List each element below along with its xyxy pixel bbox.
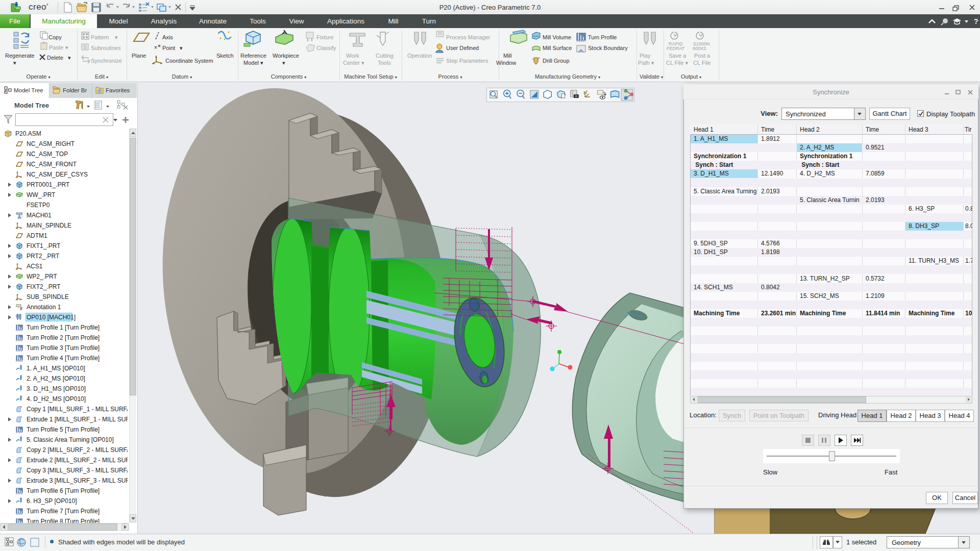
svg-text:?: ?: [974, 17, 978, 26]
svg-text:x/: x/: [583, 90, 587, 95]
